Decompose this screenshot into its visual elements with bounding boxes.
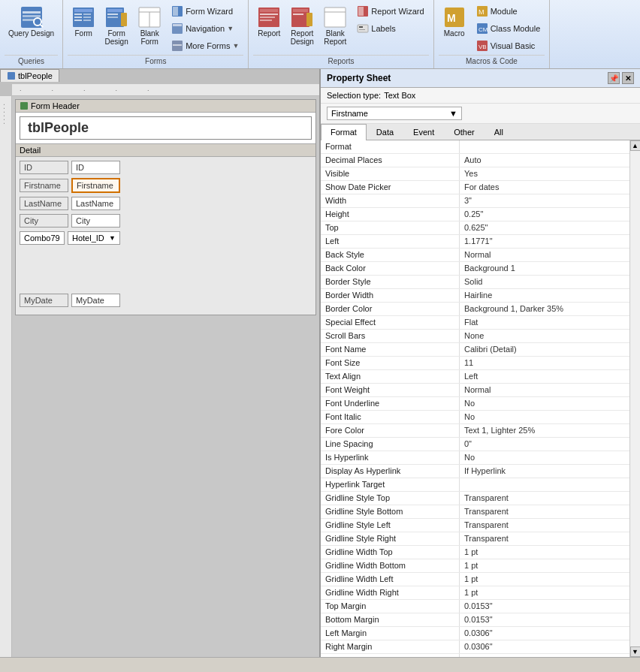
- property-row[interactable]: Back StyleNormal: [321, 249, 629, 262]
- property-value[interactable]: 1 pt: [460, 559, 629, 572]
- property-row[interactable]: Gridline Width Bottom1 pt: [321, 559, 629, 573]
- property-value[interactable]: 1 pt: [460, 573, 629, 586]
- module-button[interactable]: M Module: [472, 3, 545, 20]
- visual-basic-button[interactable]: VB Visual Basic: [472, 38, 545, 54]
- property-value[interactable]: For dates: [460, 181, 629, 194]
- property-value[interactable]: Background 1, Darker 35%: [460, 303, 629, 315]
- class-module-button[interactable]: CM Class Module: [472, 20, 545, 37]
- property-value[interactable]: 3": [460, 194, 629, 207]
- tab-format[interactable]: Format: [321, 124, 367, 140]
- property-value[interactable]: [460, 478, 629, 491]
- macro-button[interactable]: M Macro: [439, 3, 470, 40]
- form-design-button[interactable]: FormDesign: [101, 3, 132, 48]
- id-input[interactable]: ID: [71, 161, 120, 174]
- property-value[interactable]: Transparent: [460, 519, 629, 532]
- property-value[interactable]: No: [460, 397, 629, 410]
- city-input[interactable]: City: [71, 214, 120, 228]
- tab-data[interactable]: Data: [367, 124, 403, 140]
- query-design-button[interactable]: Query Design: [5, 3, 58, 40]
- more-forms-dropdown-arrow[interactable]: ▼: [232, 42, 239, 50]
- property-value[interactable]: No: [460, 411, 629, 423]
- property-value[interactable]: 0.0306": [460, 627, 629, 640]
- property-value[interactable]: Normal: [460, 384, 629, 396]
- property-value[interactable]: Transparent: [460, 532, 629, 545]
- property-row[interactable]: Width3": [321, 194, 629, 208]
- property-row[interactable]: Format: [321, 140, 629, 154]
- combo-arrow[interactable]: ▼: [109, 234, 116, 242]
- more-forms-button[interactable]: More Forms ▼: [167, 38, 243, 54]
- property-value[interactable]: Flat: [460, 316, 629, 329]
- property-row[interactable]: Top0.625": [321, 221, 629, 235]
- property-row[interactable]: Fore ColorText 1, Lighter 25%: [321, 424, 629, 438]
- combo-input[interactable]: Hotel_ID ▼: [68, 231, 120, 245]
- property-row[interactable]: Bottom Margin0.0153": [321, 613, 629, 627]
- tab-other[interactable]: Other: [444, 124, 485, 140]
- property-row[interactable]: Is HyperlinkNo: [321, 451, 629, 465]
- property-value[interactable]: Yes: [460, 167, 629, 180]
- form-tab[interactable]: tblPeople: [0, 69, 59, 82]
- property-row[interactable]: Gridline Width Left1 pt: [321, 573, 629, 586]
- property-value[interactable]: 0.0153": [460, 600, 629, 613]
- property-row[interactable]: Left Margin0.0306": [321, 627, 629, 640]
- form-button[interactable]: Form: [68, 3, 99, 40]
- property-value[interactable]: Transparent: [460, 505, 629, 518]
- property-row[interactable]: Font WeightNormal: [321, 384, 629, 397]
- lastname-input[interactable]: LastName: [71, 197, 120, 210]
- property-value[interactable]: 1.1771": [460, 235, 629, 248]
- ps-pin-button[interactable]: 📌: [608, 72, 620, 84]
- property-value[interactable]: Normal: [460, 249, 629, 261]
- ps-scroll-down-button[interactable]: ▼: [630, 646, 641, 657]
- property-row[interactable]: Height0.25": [321, 208, 629, 221]
- property-row[interactable]: Font Size11: [321, 357, 629, 370]
- firstname-input[interactable]: Firstname: [71, 178, 120, 193]
- ps-close-button[interactable]: ✕: [622, 72, 634, 84]
- property-value[interactable]: 0.25": [460, 208, 629, 221]
- ps-item-dropdown[interactable]: Firstname ▼: [327, 107, 462, 120]
- report-design-button[interactable]: ReportDesign: [286, 3, 318, 48]
- property-row[interactable]: Scroll BarsNone: [321, 330, 629, 343]
- property-value[interactable]: No: [460, 451, 629, 464]
- property-row[interactable]: Text AlignLeft: [321, 370, 629, 384]
- property-value[interactable]: Transparent: [460, 492, 629, 505]
- property-value[interactable]: 0": [460, 438, 629, 451]
- tab-all[interactable]: All: [485, 124, 513, 140]
- ps-dropdown-arrow[interactable]: ▼: [449, 109, 457, 118]
- property-value[interactable]: If Hyperlink: [460, 465, 629, 478]
- property-row[interactable]: Top Margin0.0153": [321, 600, 629, 613]
- property-value[interactable]: Calibri (Detail): [460, 343, 629, 356]
- report-button[interactable]: Report: [253, 3, 285, 40]
- property-row[interactable]: Show Date PickerFor dates: [321, 181, 629, 194]
- form-wizard-button[interactable]: Form Wizard: [167, 3, 243, 20]
- property-value[interactable]: Solid: [460, 276, 629, 288]
- property-row[interactable]: Gridline Width Right1 pt: [321, 586, 629, 600]
- property-row[interactable]: Border WidthHairline: [321, 289, 629, 303]
- property-value[interactable]: Left: [460, 370, 629, 383]
- ps-scroll-up-button[interactable]: ▲: [630, 140, 641, 151]
- property-value[interactable]: Hairline: [460, 289, 629, 302]
- property-row[interactable]: Font ItalicNo: [321, 411, 629, 424]
- property-row[interactable]: Border StyleSolid: [321, 276, 629, 289]
- blank-form-button[interactable]: BlankForm: [134, 3, 165, 48]
- property-row[interactable]: Hyperlink Target: [321, 478, 629, 492]
- property-row[interactable]: VisibleYes: [321, 167, 629, 181]
- property-value[interactable]: 0.0306": [460, 640, 629, 653]
- property-row[interactable]: Gridline Width Top1 pt: [321, 546, 629, 559]
- property-row[interactable]: Special EffectFlat: [321, 316, 629, 330]
- property-value[interactable]: Background 1: [460, 262, 629, 275]
- property-value[interactable]: 11: [460, 357, 629, 369]
- navigation-dropdown-arrow[interactable]: ▼: [227, 25, 234, 32]
- property-value[interactable]: 0.0153": [460, 613, 629, 626]
- property-row[interactable]: Back ColorBackground 1: [321, 262, 629, 276]
- property-row[interactable]: Gridline Style TopTransparent: [321, 492, 629, 505]
- property-row[interactable]: Font UnderlineNo: [321, 397, 629, 411]
- property-value[interactable]: Auto: [460, 154, 629, 167]
- tab-event[interactable]: Event: [403, 124, 444, 140]
- property-value[interactable]: [460, 140, 629, 153]
- property-row[interactable]: Left1.1771": [321, 235, 629, 249]
- property-row[interactable]: Display As HyperlinkIf Hyperlink: [321, 465, 629, 478]
- property-value[interactable]: Text 1, Lighter 25%: [460, 424, 629, 437]
- property-row[interactable]: Border ColorBackground 1, Darker 35%: [321, 303, 629, 316]
- mydate-input[interactable]: MyDate: [71, 294, 120, 307]
- property-value[interactable]: 1 pt: [460, 546, 629, 559]
- property-row[interactable]: Decimal PlacesAuto: [321, 154, 629, 167]
